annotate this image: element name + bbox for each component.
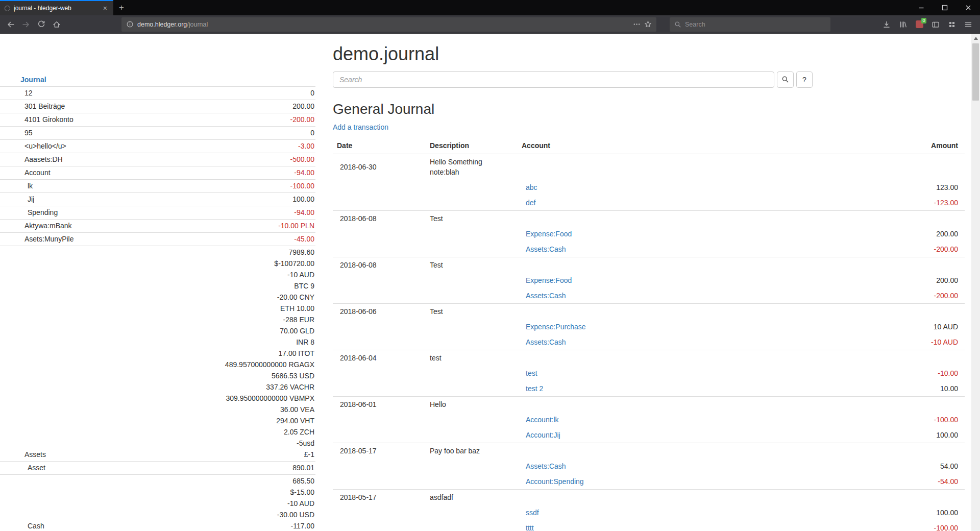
minimize-button[interactable]	[910, 0, 933, 15]
empty-cell	[333, 412, 426, 427]
site-info-icon[interactable]	[126, 20, 134, 28]
extension-button[interactable]: 0	[912, 17, 927, 32]
menu-button[interactable]	[961, 17, 976, 32]
bookmark-star-icon[interactable]	[644, 20, 652, 28]
close-button[interactable]	[957, 0, 980, 15]
new-tab-button[interactable]: +	[113, 0, 130, 15]
sidebar-account-link[interactable]: Aaasets:DH	[24, 155, 63, 163]
posting-amount-cell: -100.00	[812, 412, 965, 427]
account-name-cell: Cash	[0, 475, 142, 531]
home-icon	[53, 20, 61, 29]
posting-account-link[interactable]: Account:Spending	[526, 477, 584, 486]
posting-account-link[interactable]: Expense:Purchase	[526, 323, 586, 331]
transaction-description: test	[430, 354, 442, 362]
sidebar-account-row: 301 Beiträge200.00	[0, 100, 315, 113]
scrollbar-thumb[interactable]	[972, 43, 979, 101]
posting-account-link[interactable]: Expense:Food	[526, 230, 572, 238]
page-scrollbar[interactable]	[971, 34, 980, 531]
page-content: Journal 120301 Beiträge200.004101 Giroko…	[0, 34, 980, 531]
search-help-button[interactable]: ?	[796, 71, 813, 88]
posting-row: test 210.00	[333, 381, 965, 397]
sidebar-account-link[interactable]: Assets	[24, 450, 46, 458]
sidebar-account-link[interactable]: Aktywa:mBank	[24, 222, 72, 230]
browser-search-bar[interactable]: Search	[670, 17, 830, 32]
posting-account-link[interactable]: Account:Jij	[526, 431, 560, 439]
posting-amount: -200.00	[934, 245, 958, 253]
posting-account-link[interactable]: Assets:Cash	[526, 462, 566, 470]
download-icon	[883, 20, 891, 29]
posting-account-link[interactable]: Assets:Cash	[526, 245, 566, 253]
posting-amount-cell: 10 AUD	[812, 319, 965, 334]
sidebar-account-link[interactable]: Jij	[28, 195, 34, 203]
journal-search-input[interactable]	[333, 71, 774, 88]
empty-cell	[333, 334, 426, 350]
library-icon	[899, 20, 907, 29]
transactions-header-row: Date Description Account Amount	[333, 137, 965, 154]
sidebar-account-link[interactable]: Asset	[28, 464, 45, 472]
url-bar[interactable]: demo.hledger.org/journal	[121, 17, 656, 32]
library-button[interactable]	[895, 17, 911, 32]
sidebar-account-link[interactable]: 95	[24, 129, 33, 137]
posting-row: abc123.00	[333, 180, 965, 195]
sidebar-account-link[interactable]: 301 Beiträge	[24, 102, 65, 110]
posting-row: Expense:Purchase10 AUD	[333, 319, 965, 334]
posting-account-link[interactable]: def	[526, 199, 535, 207]
reload-button[interactable]	[34, 17, 49, 32]
balance-amount: -5usd	[142, 438, 314, 449]
posting-account-link[interactable]: Expense:Food	[526, 276, 572, 284]
sidebar-account-link[interactable]: lk	[28, 182, 33, 190]
posting-account-link[interactable]: test 2	[526, 384, 543, 393]
transaction-description-cell: Hello	[426, 396, 518, 412]
browser-tab[interactable]: journal - hledger-web ×	[0, 0, 113, 15]
empty-cell	[812, 396, 965, 412]
posting-account-link[interactable]: ssdf	[526, 509, 539, 517]
posting-account-link[interactable]: test	[526, 369, 537, 377]
posting-account-link[interactable]: tttt	[526, 524, 534, 531]
posting-amount: -10.00	[938, 369, 958, 377]
sidebar-account-link[interactable]: 4101 Girokonto	[24, 115, 74, 124]
sidebar-account-link[interactable]: Spending	[28, 208, 58, 216]
downloads-button[interactable]	[879, 17, 894, 32]
forward-button[interactable]	[18, 17, 34, 32]
tab-close-icon[interactable]: ×	[102, 4, 109, 13]
posting-account-link[interactable]: Account:lk	[526, 416, 559, 424]
empty-cell	[426, 474, 518, 490]
empty-cell	[426, 366, 518, 381]
posting-account-cell: Expense:Food	[518, 273, 812, 288]
posting-amount: 100.00	[936, 509, 958, 517]
url-path: /journal	[187, 21, 208, 28]
posting-account-cell: Assets:Cash	[518, 242, 812, 257]
empty-cell	[518, 350, 812, 366]
transaction-description: Hello Something note:blah	[430, 158, 482, 176]
account-balance-cell: 0	[142, 87, 315, 100]
toolbar-right-icons: 0	[879, 17, 977, 32]
sidebar-account-link[interactable]: Cash	[28, 522, 44, 530]
back-button[interactable]	[3, 17, 18, 32]
sidebar-account-link[interactable]: Account	[24, 168, 51, 177]
scrollbar-up-arrow[interactable]	[971, 34, 980, 42]
transaction-date-cell: 2018-06-01	[333, 396, 426, 412]
sidebars-button[interactable]	[928, 17, 943, 32]
posting-row: Assets:Cash-200.00	[333, 288, 965, 304]
home-button[interactable]	[49, 17, 64, 32]
maximize-button[interactable]	[933, 0, 957, 15]
balance-amount: 5686.53 USD	[142, 370, 314, 381]
sidebar-account-link[interactable]: Asets:MunyPile	[24, 235, 74, 243]
transaction-description: Pay foo bar baz	[430, 447, 480, 455]
account-name-cell: Asets:MunyPile	[0, 233, 142, 246]
posting-amount: -10 AUD	[931, 338, 958, 346]
posting-account-link[interactable]: abc	[526, 183, 537, 191]
transaction-date: 2018-06-08	[340, 261, 377, 269]
posting-account-link[interactable]: Assets:Cash	[526, 338, 566, 346]
highlights-button[interactable]	[944, 17, 960, 32]
page-actions-icon[interactable]	[633, 20, 641, 28]
journal-search-button[interactable]	[777, 71, 794, 88]
balance-amount: 337.26 VACHR	[142, 381, 314, 393]
add-transaction-link[interactable]: Add a transaction	[333, 123, 388, 131]
sidebar-journal-link[interactable]: Journal	[20, 76, 46, 84]
posting-account-cell: def	[518, 195, 812, 211]
sidebar-account-link[interactable]: <u>hello</u>	[24, 142, 66, 150]
sidebar-account-link[interactable]: 12	[24, 89, 33, 97]
posting-account-link[interactable]: Assets:Cash	[526, 292, 566, 300]
balance-amount: -30.00 USD	[142, 509, 314, 520]
